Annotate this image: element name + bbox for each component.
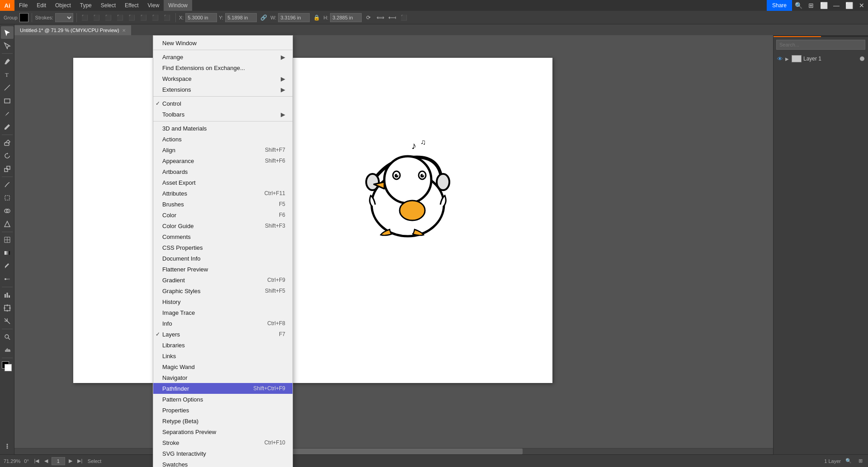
menu-item-color-guide[interactable]: Color Guide Shift+F3 [153, 220, 292, 231]
zoom-tool[interactable] [1, 331, 14, 343]
align-right-icon[interactable]: ⬛ [104, 13, 113, 23]
menu-item-flattener[interactable]: Flattener Preview [153, 264, 292, 275]
menu-item-gradient[interactable]: Gradient Ctrl+F9 [153, 275, 292, 285]
align-top-icon[interactable]: ⬛ [115, 13, 125, 23]
pencil-tool[interactable] [1, 121, 14, 133]
close-icon-btn[interactable]: ✕ [855, 0, 868, 11]
slice-tool[interactable] [1, 315, 14, 327]
scrollbar-thumb-h[interactable] [269, 448, 523, 454]
menu-item-doc-info[interactable]: Document Info [153, 253, 292, 264]
menu-item-appearance[interactable]: Appearance Shift+F6 [153, 155, 292, 166]
stroke-select[interactable] [55, 13, 73, 22]
flip-h-icon[interactable]: ⟺ [375, 13, 385, 23]
menu-item-align[interactable]: Align Shift+F7 [153, 145, 292, 155]
menu-window[interactable]: Window [164, 0, 192, 11]
distribute-v-icon[interactable]: ⬛ [162, 13, 172, 23]
free-transform-tool[interactable] [1, 191, 14, 204]
artboard-first-btn[interactable]: |◀ [33, 457, 41, 465]
menu-item-find-extensions[interactable]: Find Extensions on Exchange... [153, 62, 292, 73]
menu-item-css[interactable]: CSS Properties [153, 242, 292, 253]
artboard[interactable]: ♪ ♫ [73, 58, 552, 383]
blend-tool[interactable] [1, 273, 14, 285]
menu-item-magic-wand[interactable]: Magic Wand [153, 361, 292, 372]
transform-icon[interactable]: ⟳ [363, 13, 373, 23]
menu-item-image-trace[interactable]: Image Trace [153, 307, 292, 318]
menu-select[interactable]: Select [96, 0, 120, 11]
menu-item-actions[interactable]: Actions [153, 134, 292, 145]
rotate-tool[interactable] [1, 149, 14, 162]
menu-item-retype[interactable]: Retype (Beta) [153, 416, 292, 426]
align-left-icon[interactable]: ⬛ [80, 13, 90, 23]
select-tool[interactable] [1, 26, 14, 39]
perspective-grid-tool[interactable] [1, 218, 14, 230]
artboard-last-btn[interactable]: ▶| [76, 457, 84, 465]
y-input[interactable] [225, 13, 257, 22]
search-icon-btn[interactable]: 🔍 [792, 0, 805, 11]
menu-item-new-window[interactable]: New Window [153, 37, 292, 48]
layer-expand-arrow[interactable]: ▶ [785, 56, 790, 61]
lock-proportions-icon[interactable]: 🔒 [311, 13, 321, 23]
menu-item-workspace[interactable]: Workspace ▶ [153, 73, 292, 84]
share-button[interactable]: Share [767, 0, 792, 11]
menu-item-properties[interactable]: Properties [153, 405, 292, 416]
gradient-tool[interactable] [1, 247, 14, 259]
minimize-icon-btn[interactable]: — [830, 0, 843, 11]
fill-swatch[interactable] [19, 13, 28, 22]
more-tools-btn[interactable] [1, 440, 14, 453]
menu-item-info[interactable]: Info Ctrl+F8 [153, 318, 292, 329]
menu-item-stroke[interactable]: Stroke Ctrl+F10 [153, 437, 292, 448]
menu-item-libraries[interactable]: Libraries [153, 340, 292, 350]
scrollbar-horizontal[interactable] [14, 448, 862, 454]
menu-item-svg-interactivity[interactable]: SVG Interactivity [153, 448, 292, 459]
menu-item-links[interactable]: Links [153, 350, 292, 361]
menu-item-pattern-options[interactable]: Pattern Options [153, 394, 292, 405]
fill-stroke-widget[interactable] [1, 360, 14, 373]
align-center-h-icon[interactable]: ⬛ [92, 13, 102, 23]
menu-file[interactable]: File [14, 0, 32, 11]
align-center-v-icon[interactable]: ⬛ [127, 13, 137, 23]
menu-item-toolbars[interactable]: Toolbars ▶ [153, 109, 292, 120]
menu-item-control[interactable]: ✓ Control [153, 98, 292, 109]
artboard-prev-btn[interactable]: ◀ [42, 457, 50, 465]
menu-item-swatches[interactable]: Swatches [153, 459, 292, 467]
eyedropper-tool[interactable] [1, 260, 14, 272]
artboard-number-input[interactable] [52, 457, 65, 465]
shape-builder-tool[interactable] [1, 205, 14, 217]
paintbrush-tool[interactable] [1, 107, 14, 120]
type-tool[interactable]: T [1, 68, 14, 81]
menu-item-pathfinder[interactable]: Pathfinder Shift+Ctrl+F9 [153, 383, 292, 394]
layer-row-1[interactable]: 👁 ▶ Layer 1 [774, 52, 868, 65]
mesh-tool[interactable] [1, 234, 14, 246]
menu-item-layers[interactable]: ✓ Layers F7 [153, 329, 292, 340]
artboard-next-btn[interactable]: ▶ [66, 457, 75, 465]
menu-item-attributes[interactable]: Attributes Ctrl+F11 [153, 188, 292, 199]
scale-tool[interactable] [1, 163, 14, 175]
menu-item-color[interactable]: Color F6 [153, 210, 292, 220]
menu-item-3d[interactable]: 3D and Materials [153, 123, 292, 134]
menu-item-separations[interactable]: Separations Preview [153, 426, 292, 437]
eraser-tool[interactable] [1, 136, 14, 149]
distribute-h-icon[interactable]: ⬛ [151, 13, 160, 23]
hand-tool[interactable] [1, 344, 14, 356]
link-icon[interactable]: 🔗 [259, 13, 269, 23]
w-input[interactable] [278, 13, 310, 22]
menu-object[interactable]: Object [51, 0, 75, 11]
layer-visibility-icon[interactable]: 👁 [776, 55, 783, 62]
fullscreen-icon-btn[interactable]: ⬜ [817, 0, 830, 11]
menu-type[interactable]: Type [75, 0, 96, 11]
direct-select-tool[interactable] [1, 39, 14, 52]
menu-item-graphic-styles[interactable]: Graphic Styles Shift+F5 [153, 285, 292, 296]
status-zoom-in-btn[interactable]: 🔍 [844, 457, 853, 465]
menu-item-navigator[interactable]: Navigator [153, 372, 292, 383]
align-bottom-icon[interactable]: ⬛ [139, 13, 149, 23]
rectangle-tool[interactable] [1, 94, 14, 107]
menu-edit[interactable]: Edit [32, 0, 51, 11]
menu-item-artboards[interactable]: Artboards [153, 166, 292, 177]
maximize-icon-btn[interactable]: ⬜ [843, 0, 855, 11]
h-input[interactable] [330, 13, 362, 22]
menu-item-comments[interactable]: Comments [153, 231, 292, 242]
arrange-icon-btn[interactable]: ⊞ [805, 0, 817, 11]
pen-tool[interactable] [1, 55, 14, 68]
flip-v-icon[interactable]: ⟻ [387, 13, 397, 23]
canvas-area[interactable]: ♪ ♫ [14, 35, 868, 454]
